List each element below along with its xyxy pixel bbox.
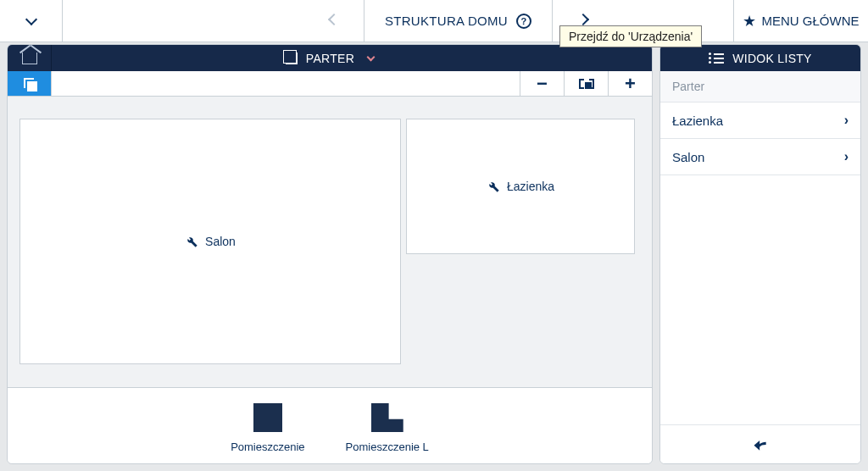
main-menu-button[interactable]: ★ MENU GŁÓWNE [734,0,868,42]
floorplan-canvas[interactable]: Salon Łazienka [8,97,652,387]
layers-tab[interactable] [8,71,52,96]
zoom-out-button[interactable]: − [520,71,564,96]
chevron-right-icon: › [844,149,849,164]
star-icon: ★ [743,12,756,30]
list-footer [660,424,860,463]
room-lazienka-label: Łazienka [507,180,554,193]
nav-title: STRUKTURA DOMU ? [364,0,553,42]
chevron-right-icon [577,13,589,25]
nav-dropdown-button[interactable] [0,0,63,42]
l-shape-icon [371,403,403,432]
floorplan-pane: PARTER − + Salon [7,44,653,464]
chevron-down-icon [367,53,376,61]
floor-selector[interactable]: PARTER [286,52,374,65]
square-shape-icon [253,403,282,432]
nav-back-button[interactable] [303,0,364,42]
zoom-in-button[interactable]: + [608,71,652,96]
home-icon [22,53,37,64]
floor-header: PARTER [8,45,652,71]
chevron-right-icon: › [844,113,849,128]
list-item-label: Łazienka [672,114,723,128]
palette-room-rect[interactable]: Pomieszczenie [231,403,304,453]
list-view-title: WIDOK LISTY [732,52,812,65]
list-item-label: Salon [672,150,704,164]
room-lazienka[interactable]: Łazienka [406,119,635,254]
list-section-label: Parter [660,71,860,103]
fit-screen-icon [579,79,594,89]
wrench-icon [185,235,198,248]
wrench-icon [487,180,500,193]
nav-title-text: STRUKTURA DOMU [385,14,508,28]
floorplan-icon [286,53,298,64]
nav-spacer [63,0,303,42]
chevron-left-icon [327,13,339,25]
workspace: PARTER − + Salon [7,44,861,464]
canvas-toolbar: − + [8,71,652,97]
list-item[interactable]: Salon › [660,139,860,175]
list-item[interactable]: Łazienka › [660,103,860,139]
layers-icon [24,78,36,90]
floor-label-text: PARTER [306,52,354,65]
room-salon[interactable]: Salon [19,119,401,364]
list-view-header: WIDOK LISTY [660,45,860,71]
nav-forward-tooltip: Przejdź do 'Urządzenia' [559,25,702,47]
list-empty-area [660,175,860,424]
top-nav: STRUKTURA DOMU ? ★ MENU GŁÓWNE [0,0,868,42]
zoom-fit-button[interactable] [564,71,608,96]
palette-rect-label: Pomieszczenie [231,441,304,453]
main-menu-label: MENU GŁÓWNE [761,14,859,28]
toolbar-spacer [52,71,520,96]
chevron-down-icon [25,13,36,25]
list-view-pane: WIDOK LISTY Parter Łazienka › Salon › [659,44,861,464]
list-icon [709,53,724,64]
back-button[interactable] [751,436,770,453]
palette-room-lshape[interactable]: Pomieszczenie L [346,403,429,453]
home-button[interactable] [8,45,52,71]
shape-palette: Pomieszczenie Pomieszczenie L [8,387,652,463]
room-salon-label: Salon [205,235,236,248]
palette-lshape-label: Pomieszczenie L [346,441,429,453]
help-icon[interactable]: ? [516,14,531,29]
